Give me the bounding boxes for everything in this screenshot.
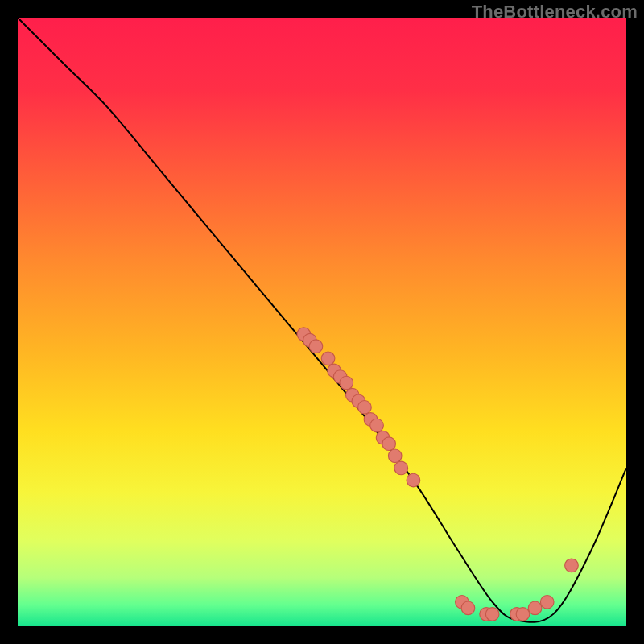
- data-point: [382, 437, 396, 451]
- data-point: [309, 340, 323, 353]
- data-point: [358, 401, 372, 415]
- chart-container: TheBottleneck.com: [0, 0, 644, 644]
- data-point: [394, 461, 408, 475]
- data-point: [388, 449, 402, 463]
- data-point: [528, 601, 542, 615]
- chart-svg: [18, 18, 626, 626]
- data-point: [516, 608, 530, 621]
- data-point: [485, 608, 499, 621]
- data-point: [540, 595, 554, 609]
- data-point: [370, 419, 384, 432]
- data-point: [321, 352, 335, 365]
- data-point: [407, 473, 420, 487]
- data-point: [340, 376, 353, 390]
- data-point: [565, 559, 579, 572]
- watermark-text: TheBottleneck.com: [472, 2, 638, 23]
- plot-area: [18, 18, 626, 626]
- data-point: [461, 601, 475, 615]
